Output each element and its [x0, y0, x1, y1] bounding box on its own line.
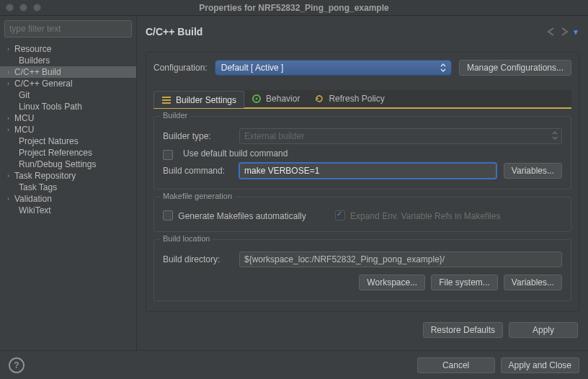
expand-env-checkbox: [335, 210, 345, 220]
chevron-right-icon: ›: [7, 126, 14, 133]
refresh-icon: [314, 94, 324, 104]
generate-makefiles-label: Generate Makefiles automatically: [178, 211, 306, 221]
sidebar-item-label: Builders: [19, 55, 50, 66]
use-default-build-label: Use default build command: [183, 148, 288, 159]
chevron-right-icon: ›: [7, 68, 14, 76]
makefile-group: Makefile generation Generate Makefiles a…: [153, 197, 571, 232]
svg-rect-1: [162, 99, 171, 101]
builder-group: Builder Builder type: External builder: [153, 116, 571, 190]
tab-behavior[interactable]: Behavior: [244, 90, 307, 107]
back-icon[interactable]: [546, 27, 558, 36]
tab-refresh-policy[interactable]: Refresh Policy: [307, 90, 391, 107]
tab-label: Behavior: [266, 94, 300, 104]
build-location-legend: Build location: [160, 234, 213, 243]
sidebar-item-label: Git: [19, 90, 30, 100]
apply-and-close-button[interactable]: Apply and Close: [501, 357, 579, 373]
sidebar-item-label: Resource: [14, 44, 51, 54]
filter-input[interactable]: [4, 20, 132, 37]
configuration-combo[interactable]: Default [ Active ]: [215, 60, 452, 76]
sidebar-item-label: Project Natures: [19, 136, 79, 146]
build-location-group: Build location Build directory: Workspac…: [153, 239, 571, 301]
sidebar-item-label: Task Tags: [19, 182, 57, 192]
help-icon[interactable]: ?: [9, 357, 24, 373]
forward-icon[interactable]: [559, 27, 571, 36]
workspace-button[interactable]: Workspace...: [359, 275, 425, 290]
restore-defaults-button[interactable]: Restore Defaults: [423, 322, 503, 338]
manage-configurations-button[interactable]: Manage Configurations...: [459, 60, 571, 76]
build-directory-input[interactable]: [239, 251, 562, 267]
chevron-right-icon: ›: [7, 195, 14, 202]
build-command-variables-button[interactable]: Variables...: [504, 163, 562, 179]
sidebar-item-run-debug-settings[interactable]: Run/Debug Settings: [0, 159, 136, 170]
builder-type-label: Builder type:: [163, 131, 232, 141]
build-command-input[interactable]: [239, 163, 496, 179]
chevron-right-icon: ›: [7, 172, 14, 179]
sidebar-item-label: WikiText: [19, 205, 51, 215]
page-title: C/C++ Build: [146, 26, 202, 37]
cancel-button[interactable]: Cancel: [417, 357, 495, 373]
nav-tree: ›ResourceBuilders›C/C++ Build›C/C++ Gene…: [0, 42, 136, 350]
file-system-button[interactable]: File system...: [431, 275, 498, 290]
sidebar-item-project-references[interactable]: Project References: [0, 147, 136, 159]
sidebar-item-validation[interactable]: ›Validation: [0, 193, 136, 205]
list-icon: [161, 95, 172, 105]
tab-label: Refresh Policy: [329, 94, 384, 104]
svg-rect-2: [162, 102, 171, 104]
tab-label: Builder Settings: [176, 95, 236, 105]
tabs-bar: Builder Settings Behavior Refresh Policy: [153, 90, 571, 109]
sidebar-item-label: Run/Debug Settings: [19, 159, 96, 169]
sidebar-item-label: Task Repository: [14, 171, 76, 181]
build-command-label: Build command:: [163, 166, 232, 176]
sidebar: ›ResourceBuilders›C/C++ Build›C/C++ Gene…: [0, 16, 137, 350]
use-default-build-checkbox[interactable]: [163, 150, 173, 160]
chevron-updown-icon: [438, 63, 448, 73]
sidebar-item-wikitext[interactable]: WikiText: [0, 205, 136, 216]
svg-point-4: [256, 98, 258, 100]
sidebar-item-task-tags[interactable]: Task Tags: [0, 182, 136, 193]
dialog-footer: ? Cancel Apply and Close: [0, 350, 588, 379]
sidebar-item-builders[interactable]: Builders: [0, 55, 136, 66]
chevron-right-icon: ›: [7, 115, 14, 122]
gear-green-icon: [251, 94, 262, 104]
sidebar-item-resource[interactable]: ›Resource: [0, 43, 136, 55]
titlebar: Properties for NRF52832_Ping_pong_exampl…: [0, 0, 588, 16]
sidebar-item-task-repository[interactable]: ›Task Repository: [0, 170, 136, 182]
configuration-value: Default [ Active ]: [221, 63, 284, 73]
makefile-legend: Makefile generation: [160, 192, 235, 200]
sidebar-item-c-c-build[interactable]: ›C/C++ Build: [0, 66, 136, 78]
sidebar-item-c-c-general[interactable]: ›C/C++ General: [0, 78, 136, 89]
builder-type-select[interactable]: External builder: [239, 128, 562, 144]
svg-rect-0: [162, 97, 171, 98]
main-panel: C/C++ Build ▼ Configuration: Default [ A…: [137, 16, 588, 350]
sidebar-item-label: MCU: [14, 113, 34, 123]
window-title: Properties for NRF52832_Ping_pong_exampl…: [0, 3, 588, 13]
nav-history: ▼: [546, 27, 579, 36]
sidebar-item-label: C/C++ General: [14, 79, 73, 89]
sidebar-item-label: Validation: [14, 194, 52, 204]
sidebar-item-git[interactable]: Git: [0, 89, 136, 101]
expand-env-label: Expand Env. Variable Refs in Makefiles: [350, 211, 500, 221]
builder-legend: Builder: [160, 111, 190, 120]
sidebar-item-label: C/C++ Build: [14, 67, 61, 77]
sidebar-item-label: Project References: [19, 148, 92, 158]
apply-button[interactable]: Apply: [509, 322, 578, 338]
sidebar-item-label: Linux Tools Path: [19, 102, 82, 112]
sidebar-item-label: MCU: [14, 125, 34, 135]
dropdown-icon[interactable]: ▼: [572, 28, 579, 36]
sidebar-item-mcu[interactable]: ›MCU: [0, 124, 136, 135]
chevron-right-icon: ›: [7, 80, 14, 87]
generate-makefiles-checkbox[interactable]: [163, 210, 173, 220]
configuration-label: Configuration:: [153, 63, 208, 73]
sidebar-item-project-natures[interactable]: Project Natures: [0, 135, 136, 147]
configuration-panel: Configuration: Default [ Active ] Manage…: [146, 52, 579, 312]
sidebar-item-linux-tools-path[interactable]: Linux Tools Path: [0, 101, 136, 112]
location-variables-button[interactable]: Variables...: [504, 275, 562, 290]
chevron-right-icon: ›: [7, 45, 14, 53]
tab-builder-settings[interactable]: Builder Settings: [153, 91, 244, 108]
sidebar-item-mcu[interactable]: ›MCU: [0, 112, 136, 124]
build-directory-label: Build directory:: [163, 254, 232, 264]
